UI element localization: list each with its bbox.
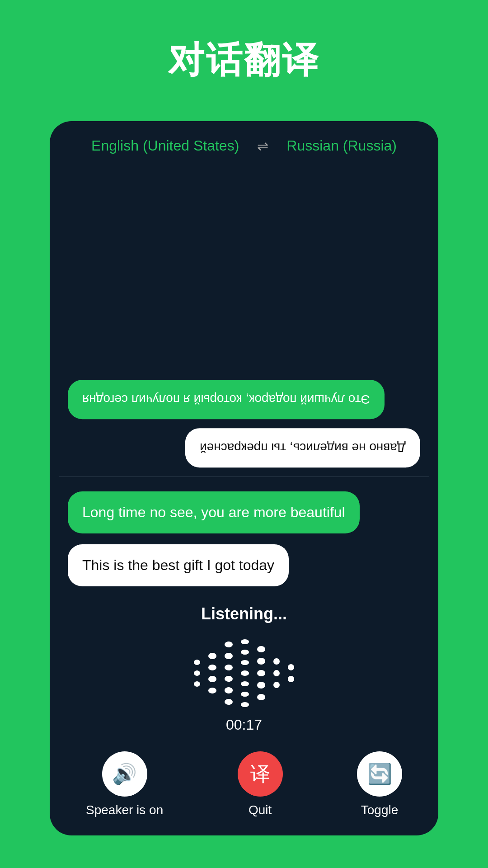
waveform-col-2 bbox=[208, 653, 216, 693]
speaker-label: Speaker is on bbox=[86, 803, 163, 817]
listening-label: Listening... bbox=[201, 604, 287, 623]
waveform-col-7 bbox=[288, 662, 294, 684]
message-1: Long time no see, you are more beautiful bbox=[68, 491, 360, 533]
quit-button[interactable]: 译 bbox=[238, 751, 283, 797]
language-bar: English (United States) ⇌ Russian (Russi… bbox=[50, 121, 438, 167]
message-2: This is the best gift I got today bbox=[68, 544, 289, 586]
flipped-message-2: Давно не виделись, ты прекрасней bbox=[185, 428, 420, 467]
speaker-icon: 🔊 bbox=[112, 762, 137, 786]
waveform-col-1 bbox=[194, 660, 200, 687]
waveform-col-5 bbox=[257, 646, 265, 700]
bottom-bar: 🔊 Speaker is on 译 Quit 🔄 Toggle bbox=[50, 742, 438, 835]
timer-display: 00:17 bbox=[226, 717, 262, 733]
quit-button-group[interactable]: 译 Quit bbox=[238, 751, 283, 817]
quit-label: Quit bbox=[249, 803, 272, 817]
toggle-button[interactable]: 🔄 bbox=[357, 751, 402, 797]
swap-icon[interactable]: ⇌ bbox=[257, 138, 268, 154]
app-title: 对话翻译 bbox=[168, 36, 320, 85]
upper-messages: Это лучший подарок, который я получил се… bbox=[50, 167, 438, 476]
toggle-button-group[interactable]: 🔄 Toggle bbox=[357, 751, 402, 817]
speaker-button[interactable]: 🔊 bbox=[102, 751, 147, 797]
speaker-button-group[interactable]: 🔊 Speaker is on bbox=[86, 751, 163, 817]
flipped-message-1: Это лучший подарок, который я получил се… bbox=[68, 380, 385, 419]
toggle-icon: 🔄 bbox=[367, 762, 392, 786]
waveform-col-4 bbox=[241, 639, 249, 707]
translate-icon: 译 bbox=[250, 761, 270, 788]
lower-messages: Long time no see, you are more beautiful… bbox=[50, 477, 438, 595]
listening-section: Listening... bbox=[50, 595, 438, 742]
left-language[interactable]: English (United States) bbox=[91, 137, 239, 154]
translator-card: English (United States) ⇌ Russian (Russi… bbox=[50, 121, 438, 835]
waveform bbox=[176, 637, 312, 709]
toggle-label: Toggle bbox=[361, 803, 399, 817]
waveform-col-6 bbox=[273, 657, 280, 689]
right-language[interactable]: Russian (Russia) bbox=[286, 137, 397, 154]
waveform-col-3 bbox=[225, 642, 233, 705]
